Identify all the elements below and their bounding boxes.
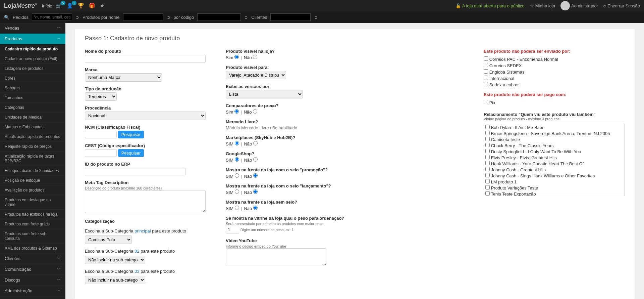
radio-mkt-nao[interactable] [253,141,258,145]
link-cat-02[interactable]: 02 [135,249,139,254]
sidebar-item[interactable]: Categorias [0,103,65,113]
btn-pesquisar-cest[interactable]: Pesquisar [118,149,144,157]
chk-rel[interactable] [485,137,490,141]
clients-input[interactable] [270,13,311,21]
select-visivel-para[interactable]: Varejo, Atacado e Distribuidor [226,71,286,79]
star-icon[interactable]: ★ [100,3,104,9]
admin-link[interactable]: Administrador [560,1,598,10]
sidebar-item[interactable]: Produtos não exibidos na loja [0,210,65,219]
btn-pesquisar-ncm[interactable]: Pesquisar [118,131,144,138]
chk-rel[interactable] [485,167,490,171]
sidebar-item[interactable]: Produtos em destaque na vitrine [0,195,65,210]
chk-ship[interactable] [484,69,488,74]
sidebar-group-produtos[interactable]: Produtos﹀ [0,34,65,44]
user-icon[interactable]: 👤1 [67,3,73,9]
radio-gs-nao[interactable] [253,157,258,162]
radio-mkt-sim[interactable] [235,141,239,145]
chk-rel[interactable] [485,185,490,189]
select-tipo-producao[interactable]: Terceiros [85,92,117,101]
sidebar-item[interactable]: Cadastrar novo produto (Full) [0,54,65,64]
radio-visivel-nao[interactable] [253,55,257,59]
by-code-input[interactable] [197,13,241,21]
chk-ship[interactable] [484,63,488,67]
orders-go-icon[interactable]: ➲ [75,15,79,20]
select-procedencia[interactable]: Nacional [85,112,206,120]
cart-icon[interactable]: 🛒5 [56,3,62,9]
select-exibe-versoes[interactable]: Lista [226,90,303,98]
chk-rel[interactable] [485,191,490,196]
rel-list[interactable]: Bob Dylan - It Aint Me Babe Bruce Spring… [484,123,625,196]
sidebar-item[interactable]: Produtos com frete sob consulta [0,229,65,244]
sidebar-item[interactable]: Cores [0,74,65,83]
sidebar-group-administracao[interactable]: Administração﹀ [0,286,65,296]
sidebar-item[interactable]: Sabores [0,83,65,93]
sidebar-item[interactable]: Reajuste rápido de preços [0,142,65,152]
sidebar-item[interactable]: Posição de estoque [0,176,65,185]
select-cat-2[interactable]: Não incluir na sub-categoria 02 [85,256,145,264]
sidebar-group-comunicacao[interactable]: Comunicação﹀ [0,264,65,275]
products-name-input[interactable] [123,13,163,21]
link-cat-principal[interactable]: principal [135,228,151,233]
logo[interactable]: LojaMestre© [4,2,37,9]
input-cest[interactable] [85,149,117,157]
radio-comp-nao[interactable] [253,109,257,114]
chk-rel[interactable] [485,179,490,183]
chk-rel[interactable] [485,149,490,153]
radio-gs-sim[interactable] [235,157,239,162]
home-link[interactable]: Início [42,3,52,8]
radio-lanc-nao[interactable] [253,189,258,194]
chk-rel[interactable] [485,125,490,129]
sidebar-item[interactable]: Produtos com frete grátis [0,219,65,229]
radio-comp-sim[interactable] [234,109,239,114]
sidebar-item[interactable]: Atualização rápida de taxas B2B/B2C [0,152,65,166]
chk-rel[interactable] [485,173,490,177]
radio-visivel-sim[interactable] [234,55,239,59]
chk-ship[interactable] [484,76,488,80]
radio-promo-nao[interactable] [253,173,258,178]
sidebar-item[interactable]: Avaliação de produtos [0,185,65,195]
input-ncm[interactable] [85,131,117,138]
store-open-link[interactable]: 🔓A loja está aberta para o público [455,3,525,8]
sidebar-group-vendas[interactable]: Vendas﹀ [0,23,65,34]
my-store-link[interactable]: ☆Minha loja [530,3,555,8]
select-cat-1[interactable]: Camisas Polo [85,236,132,244]
radio-lanc-sim[interactable] [235,189,239,194]
input-nome[interactable] [85,55,206,62]
input-peso[interactable] [226,226,239,233]
textarea-video[interactable] [226,248,326,266]
products-name-go-icon[interactable]: ➲ [167,15,170,20]
orders-input[interactable] [32,13,72,21]
sidebar-item[interactable]: Marcas e Fabricantes [0,122,65,132]
chk-pay[interactable] [484,100,488,104]
cart-badge: 5 [61,1,65,5]
sidebar-group-discogs[interactable]: Discogs﹀ [0,275,65,286]
sidebar-item[interactable]: Unidades de Medida [0,113,65,122]
sidebar-group-clientes[interactable]: Clientes﹀ [0,253,65,264]
radio-semselo-sim[interactable] [235,206,239,210]
sidebar-item[interactable]: Estoque abaixo de 2 unidades [0,166,65,176]
radio-semselo-nao[interactable] [253,206,258,210]
sidebar-item[interactable]: Listagem de produtos [0,64,65,74]
chk-ship[interactable] [484,82,488,86]
sidebar-item[interactable]: Tamanhos [0,93,65,103]
select-marca[interactable]: Nenhuma Marca [85,73,162,82]
textarea-meta[interactable] [85,190,206,213]
input-erp[interactable] [85,168,185,175]
chk-rel[interactable] [485,155,490,159]
sidebar-item[interactable]: Cadastro rápido de produto [0,44,65,54]
sidebar-item[interactable]: XML dos produtos & Sitemap [0,244,65,253]
chk-rel[interactable] [485,143,490,147]
chk-ship[interactable] [484,56,488,61]
gift-icon[interactable]: 🎁 [89,3,95,9]
select-cat-3[interactable]: Não incluir na sub-categoria 03 [85,276,145,284]
sidebar-group-entregas[interactable]: Entregas﹀ [0,296,65,299]
chk-rel[interactable] [485,161,490,165]
clients-go-icon[interactable]: ➲ [314,15,318,20]
link-cat-03[interactable]: 03 [135,269,139,274]
chk-rel[interactable] [485,131,490,135]
sidebar-item[interactable]: Atualização rápida de produtos [0,132,65,142]
trophy-icon[interactable]: 🏆 [78,3,84,9]
logout-link[interactable]: ⎋Encerrar Sessão [603,3,640,8]
by-code-go-icon[interactable]: ➲ [244,15,248,20]
radio-promo-sim[interactable] [235,173,239,178]
